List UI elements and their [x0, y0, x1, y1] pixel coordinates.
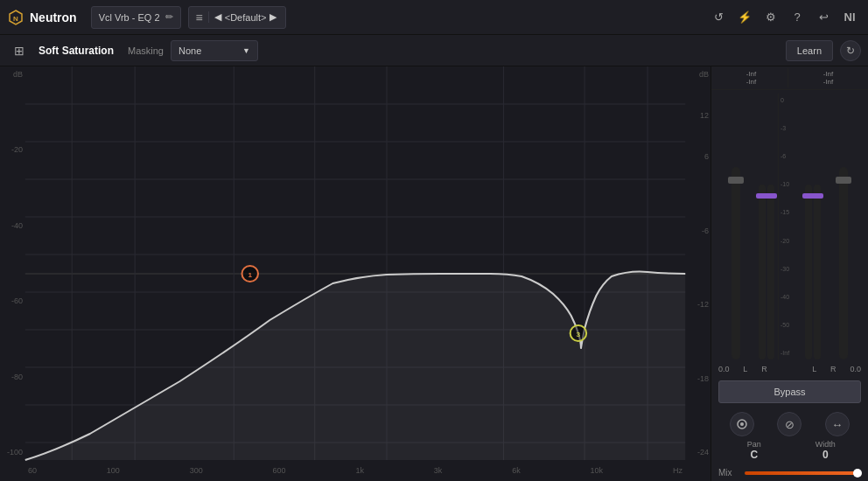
mono-btn[interactable]	[730, 412, 754, 436]
width-value: 0	[790, 449, 862, 461]
pan-width-labels: Pan Width	[711, 440, 868, 449]
top-bar: N Neutron Vcl Vrb - EQ 2 ✏ ≡ ◀ <Default>…	[0, 0, 868, 35]
lr-label-left-r: R	[761, 365, 767, 373]
masking-value: None	[178, 45, 201, 56]
module-grid-icon: ⊞	[14, 44, 24, 58]
settings-btn[interactable]: ⚙	[760, 8, 782, 27]
lr-val-row: 0.0 L R L R 0.0	[711, 363, 868, 375]
module-name: Soft Saturation	[38, 45, 114, 57]
eq-grid-svg: 1 3	[0, 66, 710, 481]
preset-default-label: <Default>	[225, 12, 267, 23]
right-r-fader[interactable]	[814, 176, 821, 359]
right-fader-group	[802, 94, 864, 359]
phase-icon: ⊘	[785, 418, 794, 431]
left-r-fader[interactable]	[767, 176, 774, 359]
left-db-top1: -Inf	[746, 70, 757, 78]
pan-value: C	[718, 449, 790, 461]
mix-row: Mix	[711, 464, 868, 481]
right-val: 0.0	[850, 365, 861, 373]
help-btn[interactable]: ?	[786, 8, 808, 27]
masking-chevron-icon: ▼	[242, 46, 250, 55]
left-val: 0.0	[718, 365, 730, 373]
bypass-button[interactable]: Bypass	[718, 380, 861, 403]
preset-bar[interactable]: Vcl Vrb - EQ 2 ✏	[91, 6, 181, 29]
left-main-fader-thumb[interactable]	[728, 177, 744, 184]
left-db-top2: -Inf	[746, 78, 757, 86]
right-l-fader[interactable]	[805, 176, 812, 359]
icon-row: ⊘ ↔	[711, 408, 868, 440]
width-label: Width	[790, 440, 862, 449]
db-top-display: -Inf -Inf -Inf -Inf	[711, 66, 868, 90]
masking-label: Masking	[128, 45, 164, 56]
left-l-fader[interactable]	[759, 176, 766, 359]
pan-width-values: C 0	[711, 449, 868, 464]
mix-slider-thumb[interactable]	[853, 469, 862, 478]
db-scale: 0 -3 -6 -10 -15 -20 -30 -40 -50 -Inf	[779, 94, 802, 359]
masking-dropdown[interactable]: None ▼	[171, 40, 258, 61]
svg-text:3: 3	[577, 331, 581, 338]
mix-slider[interactable]	[745, 471, 861, 475]
edit-icon[interactable]: ✏	[165, 11, 173, 23]
left-fader-group	[715, 94, 779, 359]
svg-point-27	[740, 422, 744, 426]
history-btn[interactable]: ↺	[707, 8, 730, 27]
logo-area: N Neutron	[7, 9, 77, 26]
svg-text:N: N	[13, 15, 18, 23]
module-toggle-btn[interactable]: ⊞	[7, 40, 32, 61]
right-main-fader-thumb[interactable]	[836, 177, 851, 184]
app-name: Neutron	[30, 10, 77, 24]
right-db-top1: -Inf	[823, 70, 834, 78]
undo-btn[interactable]: ↩	[812, 8, 835, 27]
phase-btn[interactable]: ⊘	[777, 412, 802, 436]
svg-text:1: 1	[248, 271, 252, 279]
lr-label-right-r: R	[830, 365, 836, 373]
nav-controls: ≡ ◀ <Default> ▶	[188, 6, 287, 29]
mono-icon	[736, 418, 748, 430]
pan-label: Pan	[718, 440, 790, 449]
stereo-icon: ↔	[831, 418, 843, 431]
lightning-btn[interactable]: ⚡	[733, 8, 756, 27]
right-main-fader[interactable]	[822, 167, 864, 359]
logo-icon: N	[7, 9, 24, 26]
fader-section: 0 -3 -6 -10 -15 -20 -30 -40 -50 -Inf	[711, 90, 868, 363]
right-panel: -Inf -Inf -Inf -Inf	[710, 66, 868, 481]
lr-label-right-l: L	[812, 365, 816, 373]
right-r-thumb[interactable]	[811, 193, 823, 199]
sub-bar: ⊞ Soft Saturation Masking None ▼ Learn ↻	[0, 35, 868, 66]
rotate-view-btn[interactable]: ↻	[840, 40, 861, 61]
x-labels: 60 100 300 600 1k 3k 6k 10k Hz	[24, 460, 686, 481]
main-area: dB -20 -40 -60 -80 -100 dB 12 6 -6 -12 -…	[0, 66, 868, 481]
eq-area[interactable]: dB -20 -40 -60 -80 -100 dB 12 6 -6 -12 -…	[0, 66, 710, 481]
preset-name: Vcl Vrb - EQ 2	[99, 12, 160, 23]
next-preset-btn[interactable]: ▶	[270, 11, 276, 23]
ni-label: NI	[838, 8, 861, 27]
left-main-fader[interactable]	[715, 167, 757, 359]
right-db-top2: -Inf	[823, 78, 834, 86]
stereo-btn[interactable]: ↔	[825, 412, 850, 436]
mix-label: Mix	[718, 468, 739, 478]
prev-preset-btn[interactable]: ◀	[214, 11, 221, 23]
hamburger-icon[interactable]: ≡	[192, 10, 206, 24]
left-r-thumb[interactable]	[765, 193, 777, 199]
lr-label-left-l: L	[743, 365, 747, 373]
learn-button[interactable]: Learn	[786, 40, 833, 61]
